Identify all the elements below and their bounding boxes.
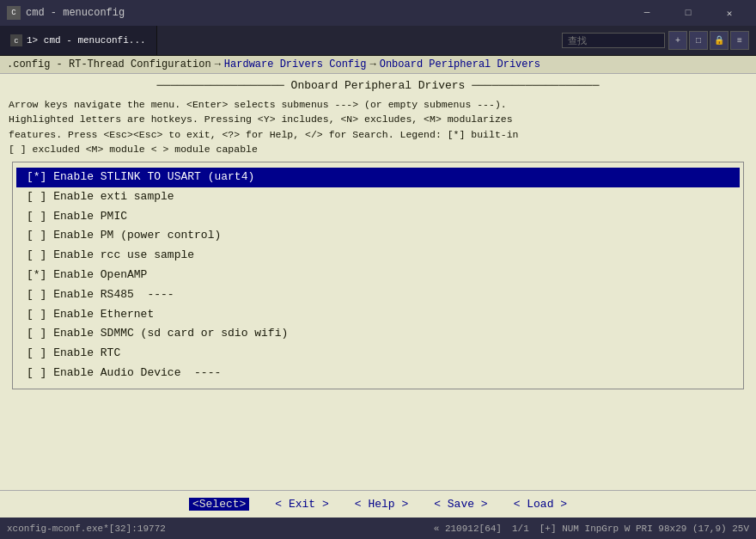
menu-title: Onboard Peripheral Drivers	[9, 79, 747, 92]
menu-item[interactable]: [ ] Enable Ethernet	[16, 305, 740, 325]
tab-1[interactable]: C 1> cmd - menuconfi...	[0, 26, 157, 55]
status-extra: [+] NUM InpGrp W PRI 98x29 (17,9) 25V	[540, 524, 749, 534]
bottom-btn-2[interactable]: < Help >	[355, 498, 408, 511]
bottom-btn-4[interactable]: < Load >	[514, 498, 567, 511]
menu-item[interactable]: [*] Enable OpenAMP	[16, 266, 740, 285]
menu-item[interactable]: [ ] Enable SDMMC (sd card or sdio wifi)	[16, 324, 740, 344]
help-line-1: Arrow keys navigate the menu. <Enter> se…	[9, 97, 747, 112]
help-line-4: [ ] excluded <M> module < > module capab…	[9, 142, 747, 156]
add-tab-button[interactable]: +	[668, 31, 687, 50]
status-right: « 210912[64] 1/1 [+] NUM InpGrp W PRI 98…	[434, 524, 749, 534]
menu-box: [*] Enable STLINK TO USART (uart4)[ ] En…	[12, 162, 744, 389]
breadcrumb: .config - RT-Thread Configuration → Hard…	[0, 56, 756, 74]
breadcrumb-sep1: →	[215, 58, 221, 70]
panel-button[interactable]: □	[689, 31, 708, 50]
tab-label: 1> cmd - menuconfi...	[27, 35, 146, 46]
status-left: xconfig-mconf.exe*[32]:19772	[7, 524, 425, 534]
bottom-btn-3[interactable]: < Save >	[434, 498, 487, 511]
breadcrumb-onboard[interactable]: Onboard Peripheral Drivers	[380, 58, 540, 70]
help-line-2: Highlighted letters are hotkeys. Pressin…	[9, 112, 747, 126]
menu-item[interactable]: [ ] Enable Audio Device ----	[16, 364, 740, 383]
menu-item[interactable]: [ ] Enable rcc use sample	[16, 246, 740, 266]
menu-item[interactable]: [ ] Enable RTC	[16, 344, 740, 364]
terminal: .config - RT-Thread Configuration → Hard…	[0, 56, 756, 518]
status-bar: xconfig-mconf.exe*[32]:19772 « 210912[64…	[0, 518, 756, 539]
bottom-bar: <Select>< Exit >< Help >< Save >< Load >	[0, 490, 756, 518]
title-bar: C cmd - menuconfig ─ □ ✕	[0, 0, 756, 26]
menu-item[interactable]: [ ] Enable PMIC	[16, 207, 740, 227]
menu-item[interactable]: [ ] Enable exti sample	[16, 187, 740, 207]
menu-item[interactable]: [*] Enable STLINK TO USART (uart4)	[16, 168, 740, 187]
menu-button[interactable]: ≡	[730, 31, 749, 50]
close-button[interactable]: ✕	[710, 0, 749, 26]
help-line-3: features. Press <Esc><Esc> to exit, <?> …	[9, 127, 747, 142]
breadcrumb-config: .config - RT-Thread Configuration	[7, 58, 211, 70]
window-title: cmd - menuconfig	[26, 7, 627, 19]
bottom-btn-1[interactable]: < Exit >	[275, 498, 328, 511]
breadcrumb-sep2: →	[369, 58, 375, 70]
maximize-button[interactable]: □	[668, 0, 708, 26]
menu-item[interactable]: [ ] Enable RS485 ----	[16, 285, 740, 305]
status-pos: « 210912[64]	[434, 524, 502, 534]
status-fraction: 1/1	[512, 524, 529, 534]
window-controls: ─ □ ✕	[627, 0, 749, 26]
tab-bar: C 1> cmd - menuconfi... + □ 🔒 ≡	[0, 26, 756, 56]
tab-icon: C	[10, 34, 22, 46]
search-area: + □ 🔒 ≡	[555, 26, 756, 55]
lock-icon: 🔒	[710, 31, 729, 50]
menu-area: Onboard Peripheral Drivers Arrow keys na…	[0, 74, 756, 490]
app-icon: C	[7, 6, 21, 20]
menu-item[interactable]: [ ] Enable PM (power control)	[16, 226, 740, 246]
search-icons: + □ 🔒 ≡	[668, 31, 749, 50]
minimize-button[interactable]: ─	[627, 0, 667, 26]
bottom-btn-0[interactable]: <Select>	[189, 498, 249, 511]
search-input[interactable]	[562, 33, 665, 48]
breadcrumb-hardware[interactable]: Hardware Drivers Config	[224, 58, 367, 70]
help-text: Arrow keys navigate the menu. <Enter> se…	[9, 97, 747, 156]
